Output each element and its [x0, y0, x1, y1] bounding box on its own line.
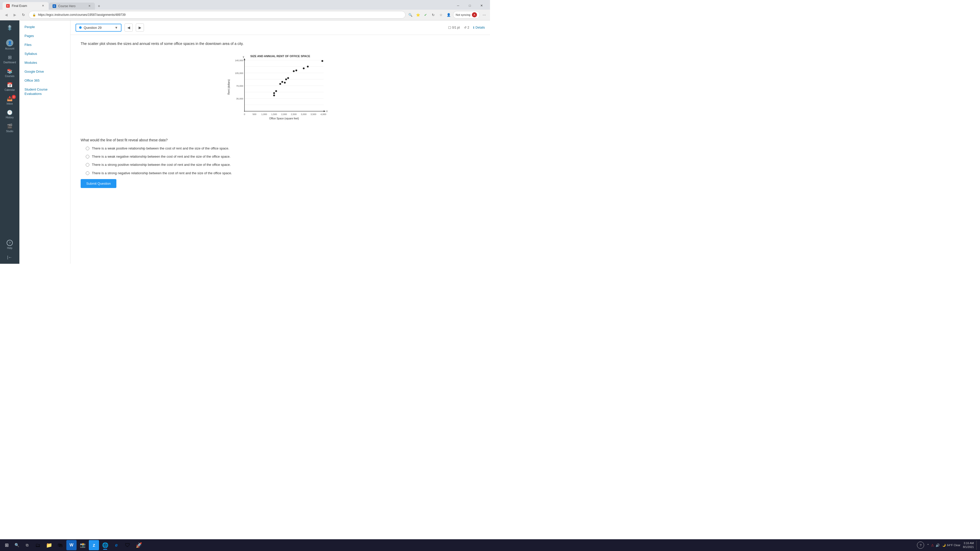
inbox-badge: 3 — [12, 95, 16, 99]
tab-final-exam[interactable]: C Final Exam ✕ — [3, 2, 48, 10]
scatter-description: The scatter plot shows the sizes and ann… — [81, 41, 480, 46]
radio-option-d: There is a strong negative relationship … — [86, 171, 480, 176]
forward-btn[interactable]: ▶ — [11, 11, 18, 18]
course-sidebar: People Pages Files Syllabus Modules Goog… — [19, 21, 70, 264]
svg-text:500: 500 — [252, 113, 256, 116]
chart-container: SIZE AND ANNUAL RENT OF OFFICE SPACE Ren… — [227, 52, 334, 130]
radio-option-a: There is a weak positive relationship be… — [86, 146, 480, 151]
profile-btn[interactable]: 👤 — [445, 11, 452, 18]
svg-text:1,500: 1,500 — [271, 113, 277, 116]
window-controls: ─ □ ✕ — [452, 2, 487, 10]
nav-item-studio[interactable]: 🎬 Studio — [1, 121, 18, 135]
svg-text:1,000: 1,000 — [261, 113, 267, 116]
canvas-favicon: C — [6, 4, 10, 8]
svg-point-32 — [275, 90, 277, 92]
account-icon: 👤 — [6, 39, 13, 46]
question-number: Question 29 — [84, 26, 102, 30]
info-icon: ℹ — [473, 26, 474, 29]
nav-item-account[interactable]: 👤 Account — [1, 37, 18, 52]
nav-item-dashboard[interactable]: ⊞ Dashboard — [1, 52, 18, 66]
nav-item-history[interactable]: 🕐 History — [1, 108, 18, 121]
radio-option-c: There is a strong positive relationship … — [86, 162, 480, 167]
url-text: https://egcc.instructure.com/courses/195… — [38, 13, 126, 17]
nav-item-calendar[interactable]: 📅 Calendar — [1, 80, 18, 94]
toolbar-right: ☐ 0/1 pt ↺ 2 ℹ Details — [448, 26, 485, 30]
calendar-icon: 📅 — [7, 82, 13, 88]
lock-icon: 🔒 — [32, 13, 36, 17]
attempts-value: 2 — [468, 26, 469, 29]
svg-point-35 — [284, 82, 286, 84]
score-display: ☐ 0/1 pt — [448, 26, 460, 30]
course-nav-people[interactable]: People — [19, 22, 70, 32]
svg-point-40 — [303, 68, 305, 69]
back-btn[interactable]: ◀ — [3, 11, 10, 18]
collections-btn[interactable]: ↻ — [430, 11, 437, 18]
course-nav-modules[interactable]: Modules — [19, 58, 70, 67]
course-nav-google-drive[interactable]: Google Drive — [19, 67, 70, 76]
dashboard-label: Dashboard — [3, 61, 16, 64]
tab-close-1[interactable]: ✕ — [41, 4, 45, 8]
radio-input-c[interactable] — [86, 163, 89, 167]
svg-point-39 — [296, 70, 298, 71]
nav-item-inbox[interactable]: 📥 3 Inbox — [1, 94, 18, 107]
collapse-sidebar-btn[interactable]: |← — [1, 253, 18, 262]
canvas-sidebar: 👤 Account ⊞ Dashboard 📚 Courses 📅 Calend… — [0, 21, 19, 264]
studio-label: Studio — [6, 130, 13, 133]
next-question-btn[interactable]: ▶ — [136, 24, 144, 32]
checkbox-icon: ☐ — [448, 26, 451, 30]
more-btn[interactable]: ⋯ — [481, 11, 487, 18]
svg-marker-25 — [244, 58, 245, 60]
radio-input-a[interactable] — [86, 147, 89, 150]
radio-input-b[interactable] — [86, 155, 89, 159]
question-content: The scatter plot shows the sizes and ann… — [70, 35, 490, 194]
star-btn[interactable]: ⭐ — [415, 11, 422, 18]
refresh-btn[interactable]: ↻ — [20, 11, 27, 18]
svg-text:105,000: 105,000 — [235, 72, 243, 75]
svg-text:70,000: 70,000 — [236, 85, 243, 87]
extensions-btn[interactable]: 🔍 — [407, 11, 414, 18]
dropdown-icon: ▼ — [115, 26, 118, 30]
shield-icon: ✔ — [422, 11, 429, 18]
course-nav-office365[interactable]: Office 365 — [19, 76, 70, 85]
submit-question-btn[interactable]: Submit Question — [81, 179, 116, 188]
new-tab-btn[interactable]: + — [95, 3, 103, 10]
svg-text:Rent (dollars): Rent (dollars) — [228, 79, 230, 95]
prev-question-btn[interactable]: ◀ — [124, 24, 133, 32]
svg-point-38 — [293, 70, 295, 72]
question-select[interactable]: Question 29 ▼ — [76, 24, 121, 32]
svg-text:3,500: 3,500 — [310, 113, 317, 116]
nav-item-courses[interactable]: 📚 Courses — [1, 66, 18, 79]
course-nav-files[interactable]: Files — [19, 40, 70, 49]
details-btn[interactable]: ℹ Details — [473, 26, 485, 29]
radio-option-b: There is a weak negative relationship be… — [86, 154, 480, 159]
course-nav-evaluations[interactable]: Student Course Evaluations — [19, 85, 70, 99]
close-btn[interactable]: ✕ — [476, 2, 487, 10]
url-bar[interactable]: 🔒 https://egcc.instructure.com/courses/1… — [29, 11, 406, 19]
course-nav-pages[interactable]: Pages — [19, 32, 70, 40]
option-c-label: There is a strong positive relationship … — [92, 162, 231, 167]
tab-title-2: Course Hero — [58, 4, 76, 8]
minimize-btn[interactable]: ─ — [452, 2, 464, 10]
svg-point-36 — [285, 79, 287, 80]
main-layout: 👤 Account ⊞ Dashboard 📚 Courses 📅 Calend… — [0, 21, 490, 264]
svg-text:35,000: 35,000 — [236, 97, 243, 100]
tab-close-2[interactable]: ✕ — [87, 4, 91, 8]
nav-item-help[interactable]: ? Help — [1, 238, 18, 251]
help-label: Help — [7, 247, 13, 249]
studio-icon: 🎬 — [7, 124, 13, 129]
dashboard-icon: ⊞ — [8, 55, 12, 60]
maximize-btn[interactable]: □ — [464, 2, 476, 10]
radio-input-d[interactable] — [86, 171, 89, 175]
svg-text:2,500: 2,500 — [291, 113, 297, 116]
course-nav-syllabus[interactable]: Syllabus — [19, 49, 70, 58]
ch-favicon: C — [52, 4, 56, 8]
not-syncing-btn[interactable]: Not syncing A — [453, 11, 480, 19]
tab-course-hero[interactable]: C Course Hero ✕ — [49, 3, 95, 10]
option-d-label: There is a strong negative relationship … — [92, 171, 232, 176]
courses-label: Courses — [5, 75, 14, 78]
favorites-btn[interactable]: ☆ — [438, 11, 444, 18]
svg-point-31 — [273, 92, 275, 94]
tab-bar: C Final Exam ✕ C Course Hero ✕ + ─ □ ✕ — [0, 0, 490, 10]
not-syncing-label: Not syncing — [456, 13, 470, 16]
browser-chrome: C Final Exam ✕ C Course Hero ✕ + ─ □ ✕ ◀… — [0, 0, 490, 21]
